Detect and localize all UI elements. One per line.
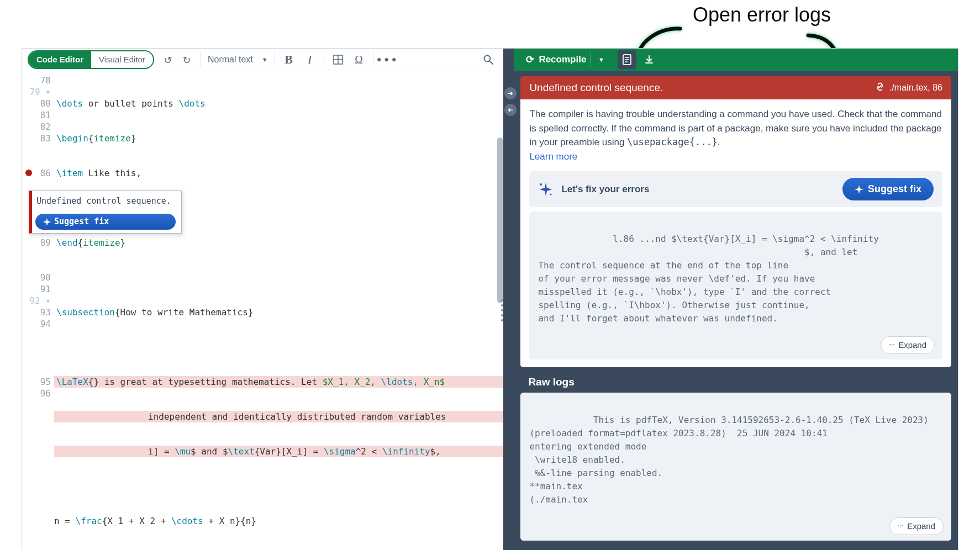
error-explanation: The compiler is having trouble understan… (520, 99, 951, 367)
code-area[interactable]: 7879 ▾808182 83 86 878889 909192 ▾93 94 … (22, 71, 503, 550)
style-select[interactable]: Normal text ▼ (208, 55, 268, 65)
expand-button[interactable]: ﹀ Expand (889, 517, 944, 536)
inline-error-popup: Undefined control sequence. Suggest fix (29, 191, 182, 234)
divider (373, 52, 373, 67)
editor-scrollbar-thumb[interactable] (497, 138, 503, 303)
ai-title: Let's fix your errors (561, 182, 649, 197)
recompile-button[interactable]: ⟳ Recompile ▼ (518, 49, 614, 71)
logs-icon[interactable] (618, 50, 636, 69)
suggest-fix-label: Suggest fix (868, 183, 921, 195)
inline-suggest-fix-button[interactable]: Suggest fix (35, 214, 176, 230)
error-title: Undefined control sequence. (529, 82, 663, 94)
sparkle-icon (855, 185, 863, 194)
compiler-message: l.86 ...nd $\text{Var}[X_i] = \sigma^2 <… (529, 211, 942, 359)
log-toolbar: ⟳ Recompile ▼ (514, 49, 958, 71)
download-icon[interactable] (640, 50, 658, 69)
log-pane: ⟳ Recompile ▼ Undefined control sequence… (514, 49, 958, 550)
error-banner[interactable]: Undefined control sequence. ./main.tex, … (520, 76, 951, 99)
inline-error-message: Undefined control sequence. (32, 191, 176, 211)
token: \dots (56, 98, 83, 109)
redo-icon[interactable]: ↻ (180, 52, 194, 67)
suggest-fix-button[interactable]: Suggest fix (842, 178, 934, 200)
sparkle-icon (43, 218, 51, 226)
pane-splitter[interactable]: ➜ ➜ (503, 49, 514, 550)
italic-icon[interactable]: I (303, 52, 317, 67)
editor-mode-toggle[interactable]: Code Editor Visual Editor (28, 50, 154, 69)
error-line[interactable]: \LaTeX{} is great at typesetting mathema… (54, 376, 503, 388)
link-icon (875, 82, 885, 94)
gutter: 7879 ▾808182 83 86 878889 909192 ▾93 94 … (22, 71, 56, 446)
annotation-open-error-logs: Open error logs (693, 3, 831, 27)
svg-point-11 (550, 193, 552, 195)
app-window: Code Editor Visual Editor ↺ ↻ Normal tex… (22, 49, 958, 550)
raw-logs-heading: Raw logs (518, 367, 953, 392)
raw-log-text: This is pdfTeX, Version 3.141592653-2.6-… (529, 415, 934, 505)
drag-handle-icon[interactable] (501, 299, 505, 321)
tab-code-editor[interactable]: Code Editor (29, 51, 91, 68)
editor-pane: Code Editor Visual Editor ↺ ↻ Normal tex… (22, 49, 503, 550)
error-marker-icon[interactable] (25, 170, 32, 176)
divider (201, 52, 201, 67)
refresh-icon: ⟳ (526, 54, 534, 66)
divider (324, 52, 324, 67)
chevron-down-icon: ﹀ (889, 341, 895, 350)
table-icon[interactable] (331, 52, 345, 67)
svg-point-10 (540, 183, 542, 186)
chevron-down-icon: ﹀ (898, 522, 904, 531)
omega-icon[interactable]: Ω (352, 52, 366, 67)
tab-visual-editor[interactable]: Visual Editor (91, 51, 153, 68)
divider (591, 52, 591, 67)
collapse-left-icon[interactable]: ➜ (504, 104, 517, 116)
search-icon[interactable] (481, 52, 496, 67)
expand-label: Expand (898, 339, 926, 352)
chevron-down-icon: ▼ (262, 56, 268, 63)
style-select-label: Normal text (208, 55, 253, 65)
raw-logs-card: This is pdfTeX, Version 3.141592653-2.6-… (520, 393, 951, 541)
learn-more-link[interactable]: Learn more (529, 151, 577, 162)
svg-line-4 (489, 61, 493, 64)
chevron-down-icon[interactable]: ▼ (596, 56, 607, 63)
expand-button[interactable]: ﹀ Expand (881, 336, 935, 355)
editor-toolbar: Code Editor Visual Editor ↺ ↻ Normal tex… (22, 49, 503, 71)
log-content: Undefined control sequence. ./main.tex, … (514, 71, 958, 550)
sparkle-icon (538, 182, 554, 197)
more-icon[interactable]: ••• (380, 52, 394, 67)
undo-icon[interactable]: ↺ (161, 52, 175, 67)
bold-icon[interactable]: B (282, 52, 296, 67)
divider (275, 52, 275, 67)
recompile-label: Recompile (539, 54, 586, 65)
collapse-right-icon[interactable]: ➜ (504, 87, 517, 99)
error-card: Undefined control sequence. ./main.tex, … (520, 76, 951, 367)
error-location[interactable]: ./main.tex, 86 (889, 83, 942, 93)
ai-suggestion-bar: Let's fix your errors Suggest fix (529, 171, 942, 207)
source[interactable]: \dots or bullet points \dots \begin{item… (54, 71, 503, 550)
expand-label: Expand (907, 520, 935, 533)
inline-suggest-fix-label: Suggest fix (54, 216, 109, 228)
